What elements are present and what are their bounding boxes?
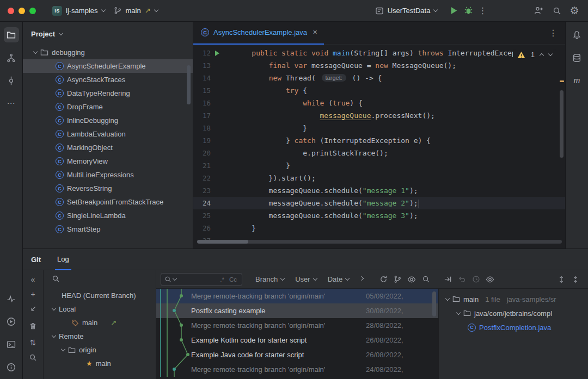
terminal-toolwindow-button[interactable] (4, 337, 19, 352)
problems-toolwindow-button[interactable] (4, 359, 19, 375)
search-options-icon[interactable] (173, 276, 177, 281)
project-selector[interactable]: IS ij-samples (48, 4, 109, 18)
branch-local-main[interactable]: main ↗ (44, 316, 156, 330)
code-line[interactable]: 15 try { (193, 84, 565, 97)
tree-item[interactable]: CSingleLineLambda (23, 209, 193, 222)
more-toolwindows-button[interactable]: ⋯ (4, 96, 19, 111)
date-filter[interactable]: Date (322, 273, 354, 286)
code-line[interactable]: 17 messageQueue.processNext(); (193, 109, 565, 122)
commit-toolwindow-button[interactable] (4, 73, 19, 88)
editor-tab[interactable]: C AsyncSchedulerExample.java ✕ (193, 22, 324, 45)
warning-stripe-mark[interactable] (560, 80, 564, 82)
run-configuration-selector[interactable]: UserTestData (371, 4, 442, 17)
tree-item[interactable]: CMemoryView (23, 154, 193, 168)
show-details-icon[interactable] (483, 273, 497, 286)
match-case-toggle[interactable]: Cc (228, 276, 238, 283)
code-line[interactable]: 21 } (193, 159, 565, 172)
filter-branches-icon[interactable] (52, 275, 60, 284)
code-area[interactable]: 12 public static void main(String[] args… (193, 45, 565, 248)
editor-horizontal-scrollbar[interactable] (235, 240, 562, 244)
code-line[interactable]: 24 messageQueue.schedule("message 2"); (193, 197, 565, 209)
code-line[interactable]: 22 }).start(); (193, 172, 565, 184)
branch-group-remote[interactable]: Remote (44, 330, 156, 343)
new-branch-icon[interactable]: + (30, 290, 35, 298)
details-file-row[interactable]: CPostfixCompletion.java (439, 320, 588, 334)
code-line[interactable]: 12 public static void main(String[] args… (193, 47, 565, 59)
branch-remote-origin[interactable]: origin (44, 343, 156, 357)
code-line[interactable]: 25 messageQueue.schedule("message 3"); (193, 209, 565, 222)
structure-toolwindow-button[interactable] (4, 50, 19, 65)
close-tab-icon[interactable]: ✕ (313, 29, 317, 36)
jump-to-reference-icon[interactable] (440, 273, 455, 286)
fetch-icon[interactable]: ⇅ (30, 339, 36, 346)
run-gutter-icon[interactable] (211, 50, 224, 57)
branch-group-local[interactable]: Local (44, 302, 156, 316)
profiler-toolwindow-button[interactable] (4, 291, 19, 306)
search-branches-icon[interactable] (29, 353, 37, 363)
code-line[interactable]: 13 final var messageQueue = new MessageQ… (193, 59, 565, 72)
undo-icon[interactable] (455, 273, 469, 286)
commit-row[interactable]: Merge remote-tracking branch 'origin/mai… (156, 318, 438, 333)
log-search-input[interactable]: .* Cc (161, 273, 242, 286)
regex-toggle[interactable]: .* (218, 276, 226, 283)
maven-toolwindow-button[interactable]: m (569, 73, 585, 88)
tree-item[interactable]: CSmartStep (23, 222, 193, 236)
git-tab-log[interactable]: Log (55, 249, 71, 270)
tree-item[interactable]: CAsyncSchedulerExample (23, 59, 193, 73)
inspection-widget[interactable]: 1 (513, 49, 556, 60)
minimize-window-button[interactable] (19, 8, 25, 14)
details-dir-row[interactable]: main1 filejava-samples/sr (439, 292, 588, 306)
tree-item[interactable]: CDropFrame (23, 100, 193, 114)
notifications-button[interactable] (569, 27, 585, 42)
more-actions-button[interactable]: ⋮ (475, 4, 489, 18)
close-window-button[interactable] (8, 8, 14, 14)
checkout-icon[interactable] (29, 305, 37, 315)
editor-horizontal-scrollbar-thumb[interactable] (197, 240, 248, 244)
run-button[interactable] (447, 4, 461, 18)
deep-compare-icon[interactable] (390, 273, 405, 286)
expand-all-icon[interactable] (554, 273, 568, 286)
commit-list-scrollbar[interactable] (432, 291, 436, 316)
commit-row[interactable]: Example Java code for starter script26/0… (156, 347, 438, 362)
commit-row[interactable]: Merge remote-tracking branch 'origin/mai… (156, 362, 438, 377)
tree-item[interactable]: CMultiLineExpressions (23, 168, 193, 182)
commit-row[interactable]: Postfix casting example30/08/2022, (156, 303, 438, 318)
git-branch-selector[interactable]: main ↗ (109, 4, 162, 17)
code-with-me-button[interactable] (531, 4, 546, 18)
tree-item[interactable]: CAsyncStackTraces (23, 73, 193, 86)
commit-row[interactable]: Merge remote-tracking branch 'origin/mai… (156, 289, 438, 303)
refresh-log-icon[interactable] (376, 273, 390, 286)
details-dir-row[interactable]: java/com/jetbrains/compl (439, 306, 588, 320)
code-line[interactable]: 20 e.printStackTrace(); (193, 147, 565, 159)
code-line[interactable]: 26 } (193, 222, 565, 234)
maximize-window-button[interactable] (29, 8, 36, 14)
history-icon[interactable] (469, 273, 483, 286)
branch-head-row[interactable]: HEAD (Current Branch) (44, 289, 156, 302)
search-log-icon[interactable] (419, 273, 433, 286)
branch-origin-main[interactable]: ★ main (44, 357, 156, 370)
code-line[interactable]: 16 while (true) { (193, 97, 565, 109)
user-filter[interactable]: User (290, 273, 322, 286)
project-scrollbar[interactable] (187, 65, 191, 104)
more-filters-icon[interactable] (354, 273, 369, 286)
services-toolwindow-button[interactable] (4, 314, 19, 329)
code-line[interactable]: 18 } (193, 122, 565, 134)
tree-item-root[interactable]: debugging (23, 46, 193, 59)
tree-item[interactable]: CLambdaEvaluation (23, 127, 193, 141)
tree-item[interactable]: CSetBreakpointFromStackTrace (23, 195, 193, 209)
tree-item[interactable]: CReverseString (23, 182, 193, 195)
collapse-all-icon[interactable] (568, 273, 583, 286)
editor-vertical-scrollbar[interactable] (560, 90, 564, 158)
project-panel-header[interactable]: Project (23, 22, 193, 46)
code-line[interactable]: 14 new Thread( target: () -> { (193, 72, 565, 84)
previous-problem-icon[interactable] (540, 53, 544, 58)
search-everywhere-button[interactable] (550, 4, 564, 18)
debug-button[interactable] (461, 4, 475, 18)
editor-options-icon[interactable]: ⋮ (549, 28, 558, 38)
code-line[interactable]: 19 } catch (InterruptedException e) { (193, 134, 565, 147)
project-toolwindow-button[interactable] (4, 27, 19, 42)
database-toolwindow-button[interactable] (569, 50, 585, 65)
next-problem-icon[interactable] (548, 52, 553, 56)
tree-item[interactable]: CInlineDebugging (23, 114, 193, 127)
code-line[interactable]: 23 messageQueue.schedule("message 1"); (193, 184, 565, 197)
